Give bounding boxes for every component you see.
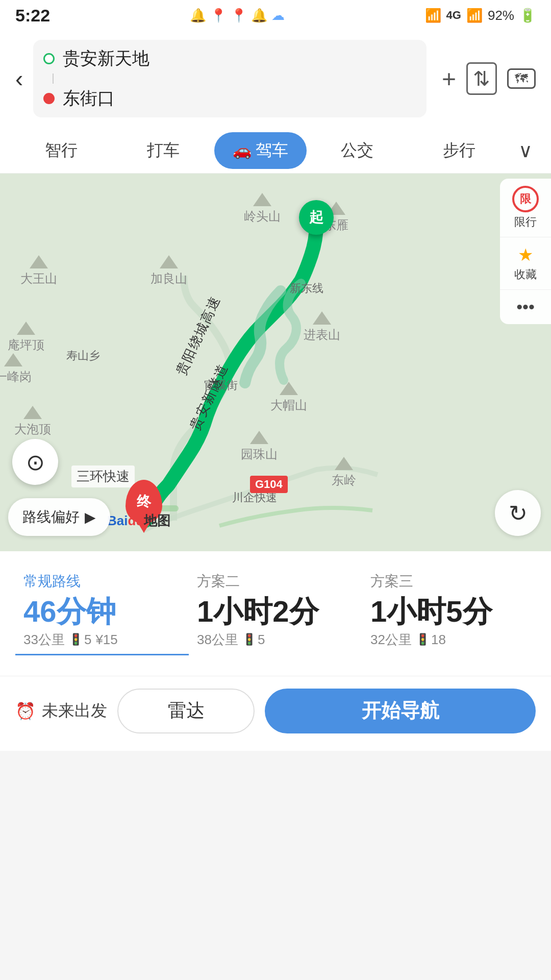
location-status-icon: 📍 bbox=[210, 8, 227, 23]
route-options: 常规路线 46分钟 33公里 🚦 5 ¥15 方案二 1小时2分 38公里 🚦 … bbox=[15, 567, 536, 655]
mountain-jialiang: 加良山 bbox=[151, 255, 187, 287]
wifi-icon: 📶 bbox=[425, 8, 441, 23]
radar-button[interactable]: 雷达 bbox=[117, 689, 255, 733]
route-option-standard[interactable]: 常规路线 46分钟 33公里 🚦 5 ¥15 bbox=[15, 567, 189, 655]
lights-badge-1: 🚦 5 bbox=[69, 632, 91, 648]
lights-badge-3: 🚦 18 bbox=[416, 632, 446, 648]
destination-text[interactable]: 东街口 bbox=[63, 87, 115, 110]
route-mode-button[interactable]: 🗺 bbox=[507, 68, 536, 89]
add-waypoint-button[interactable]: + bbox=[442, 65, 456, 93]
bell-icon: 🔔 bbox=[251, 8, 267, 23]
depart-time-button[interactable]: ⏰ 未来出发 bbox=[15, 700, 107, 722]
origin-dot bbox=[43, 53, 55, 64]
destination-row: 东街口 bbox=[43, 87, 416, 110]
route-option-3-detail: 32公里 🚦 18 bbox=[370, 631, 528, 649]
nav-label: 开始导航 bbox=[362, 698, 439, 724]
route-option-2-time: 1小时2分 bbox=[197, 595, 354, 628]
route-option-standard-title: 常规路线 bbox=[23, 572, 181, 591]
limit-icon: 限 bbox=[512, 186, 539, 212]
mountain-anping: 庵坪顶 bbox=[8, 322, 44, 353]
start-navigation-button[interactable]: 开始导航 bbox=[265, 689, 536, 733]
signal-4g-icon: 4G bbox=[446, 9, 461, 22]
signal-bars-icon: 📶 bbox=[466, 8, 483, 23]
star-icon: ★ bbox=[518, 244, 533, 265]
status-time: 5:22 bbox=[15, 6, 50, 26]
location-button[interactable]: ⊙ bbox=[12, 439, 58, 485]
mountain-jinbiao: 进表山 bbox=[304, 311, 340, 343]
depart-label: 未来出发 bbox=[42, 700, 107, 722]
route-option-standard-detail: 33公里 🚦 5 ¥15 bbox=[23, 631, 181, 649]
road-xindongxian: 新东线 bbox=[290, 281, 323, 296]
limit-label: 限行 bbox=[514, 214, 537, 230]
refresh-icon: ↻ bbox=[509, 500, 528, 526]
more-icon: ••• bbox=[516, 297, 535, 317]
notification-icon: 🔔 bbox=[190, 8, 206, 23]
start-marker: 起 bbox=[299, 200, 334, 235]
tab-more[interactable]: ∨ bbox=[510, 139, 541, 162]
lights-badge-2: 🚦 5 bbox=[242, 632, 265, 648]
mountain-yifeng: 一峰岗 bbox=[0, 353, 32, 385]
origin-text[interactable]: 贵安新天地 bbox=[63, 47, 149, 70]
car-icon: 🚗 bbox=[233, 141, 252, 159]
route-option-standard-time: 46分钟 bbox=[23, 595, 181, 628]
back-button[interactable]: ‹ bbox=[15, 67, 23, 90]
tab-bar: 智行 打车 🚗 驾车 公交 步行 ∨ bbox=[0, 128, 551, 174]
tab-walk[interactable]: 步行 bbox=[408, 128, 510, 173]
mountain-damao: 大帽山 bbox=[270, 382, 307, 413]
status-icons: 🔔 📍 📍 🔔 ☁ bbox=[190, 8, 285, 23]
origin-row: 贵安新天地 bbox=[43, 47, 416, 70]
tab-bus[interactable]: 公交 bbox=[307, 128, 409, 173]
search-inputs: 贵安新天地 东街口 bbox=[33, 40, 427, 117]
map-right-panel: 限 限行 ★ 收藏 ••• bbox=[500, 179, 551, 324]
destination-dot bbox=[43, 93, 55, 104]
collect-button[interactable]: ★ 收藏 bbox=[500, 237, 551, 290]
swap-route-button[interactable]: ⇅ bbox=[466, 62, 497, 95]
collect-label: 收藏 bbox=[514, 267, 537, 282]
route-option-2-title: 方案二 bbox=[197, 572, 354, 591]
mountain-dapao: 大泡顶 bbox=[14, 406, 51, 437]
refresh-button[interactable]: ↻ bbox=[495, 490, 541, 536]
tab-smart[interactable]: 智行 bbox=[10, 128, 112, 173]
map-container[interactable]: 大王山 加良山 岭头山 东雁 庵坪顶 大帽山 进表山 大泡顶 园珠山 东岭 一峰… bbox=[0, 174, 551, 551]
route-panel: 常规路线 46分钟 33公里 🚦 5 ¥15 方案二 1小时2分 38公里 🚦 … bbox=[0, 551, 551, 676]
route-pref-label: 路线偏好 bbox=[22, 507, 80, 527]
more-map-button[interactable]: ••• bbox=[500, 290, 551, 324]
crosshair-icon: ⊙ bbox=[26, 449, 45, 475]
road-shoushanxiang: 寿山乡 bbox=[66, 348, 100, 363]
route-preference-button[interactable]: 路线偏好 ▶ bbox=[8, 498, 110, 536]
search-bar: ‹ 贵安新天地 东街口 + ⇅ 🗺 bbox=[0, 31, 551, 128]
cloud-icon: ☁ bbox=[271, 8, 285, 23]
maps-icon: 📍 bbox=[231, 8, 247, 23]
tab-drive[interactable]: 🚗 驾车 bbox=[214, 132, 307, 169]
route-option-3[interactable]: 方案三 1小时5分 32公里 🚦 18 bbox=[362, 567, 536, 655]
mountain-lingtou: 岭头山 bbox=[244, 193, 281, 225]
chevron-right-icon: ▶ bbox=[85, 509, 96, 526]
bottom-bar: ⏰ 未来出发 雷达 开始导航 bbox=[0, 676, 551, 751]
mountain-dawangshan: 大王山 bbox=[20, 255, 57, 287]
search-actions: + ⇅ 🗺 bbox=[442, 62, 536, 95]
mountain-dongling: 东岭 bbox=[332, 457, 356, 488]
tab-taxi[interactable]: 打车 bbox=[112, 128, 214, 173]
battery-text: 92% bbox=[488, 8, 514, 23]
baidu-logo: Baidu地图 bbox=[107, 512, 170, 530]
mountain-yuanzhu: 园珠山 bbox=[241, 431, 278, 462]
limit-button[interactable]: 限 限行 bbox=[500, 179, 551, 237]
status-bar: 5:22 🔔 📍 📍 🔔 ☁ 📶 4G 📶 92% 🔋 bbox=[0, 0, 551, 31]
route-option-2-detail: 38公里 🚦 5 bbox=[197, 631, 354, 649]
radar-label: 雷达 bbox=[168, 698, 205, 723]
status-right: 📶 4G 📶 92% 🔋 bbox=[425, 8, 536, 23]
route-option-2[interactable]: 方案二 1小时2分 38公里 🚦 5 bbox=[189, 567, 362, 655]
clock-icon: ⏰ bbox=[15, 701, 36, 721]
battery-icon: 🔋 bbox=[519, 8, 536, 23]
route-option-3-time: 1小时5分 bbox=[370, 595, 528, 628]
highway-badge-g104: G104 bbox=[250, 476, 288, 493]
route-option-3-title: 方案三 bbox=[370, 572, 528, 591]
